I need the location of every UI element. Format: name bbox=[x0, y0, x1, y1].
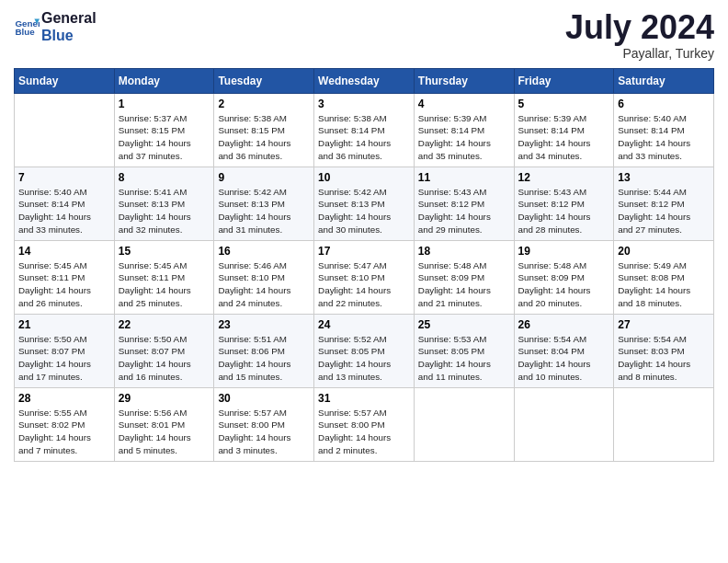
day-cell bbox=[414, 387, 514, 461]
day-number: 15 bbox=[119, 245, 210, 258]
day-number: 13 bbox=[618, 171, 710, 184]
day-info: Sunrise: 5:42 AMSunset: 8:13 PMDaylight:… bbox=[318, 186, 410, 236]
day-number: 27 bbox=[618, 318, 710, 331]
day-info: Sunrise: 5:50 AMSunset: 8:07 PMDaylight:… bbox=[18, 333, 110, 384]
day-info: Sunrise: 5:39 AMSunset: 8:14 PMDaylight:… bbox=[418, 112, 510, 163]
day-number: 20 bbox=[618, 245, 710, 258]
day-cell: 7Sunrise: 5:40 AMSunset: 8:14 PMDaylight… bbox=[15, 167, 115, 240]
day-number: 12 bbox=[518, 171, 610, 184]
day-cell: 14Sunrise: 5:45 AMSunset: 8:11 PMDayligh… bbox=[15, 240, 115, 314]
day-cell: 20Sunrise: 5:49 AMSunset: 8:08 PMDayligh… bbox=[614, 240, 714, 314]
day-cell: 25Sunrise: 5:53 AMSunset: 8:05 PMDayligh… bbox=[414, 314, 514, 387]
day-cell: 1Sunrise: 5:37 AMSunset: 8:15 PMDaylight… bbox=[114, 93, 214, 167]
day-number: 25 bbox=[418, 318, 510, 331]
day-info: Sunrise: 5:44 AMSunset: 8:12 PMDaylight:… bbox=[618, 186, 710, 236]
day-cell: 28Sunrise: 5:55 AMSunset: 8:02 PMDayligh… bbox=[15, 387, 115, 461]
day-info: Sunrise: 5:37 AMSunset: 8:15 PMDaylight:… bbox=[119, 112, 210, 163]
weekday-header-sunday: Sunday bbox=[15, 68, 115, 93]
day-cell: 10Sunrise: 5:42 AMSunset: 8:13 PMDayligh… bbox=[314, 167, 415, 240]
day-cell: 4Sunrise: 5:39 AMSunset: 8:14 PMDaylight… bbox=[414, 93, 514, 167]
day-info: Sunrise: 5:45 AMSunset: 8:11 PMDaylight:… bbox=[119, 259, 210, 310]
day-cell: 21Sunrise: 5:50 AMSunset: 8:07 PMDayligh… bbox=[15, 314, 115, 387]
weekday-header-row: SundayMondayTuesdayWednesdayThursdayFrid… bbox=[15, 68, 714, 93]
day-info: Sunrise: 5:57 AMSunset: 8:00 PMDaylight:… bbox=[318, 407, 410, 457]
day-number: 4 bbox=[418, 98, 510, 110]
day-cell: 6Sunrise: 5:40 AMSunset: 8:14 PMDaylight… bbox=[614, 93, 714, 167]
day-info: Sunrise: 5:42 AMSunset: 8:13 PMDaylight:… bbox=[218, 186, 310, 236]
day-cell: 22Sunrise: 5:50 AMSunset: 8:07 PMDayligh… bbox=[114, 314, 214, 387]
day-cell: 18Sunrise: 5:48 AMSunset: 8:09 PMDayligh… bbox=[414, 240, 514, 314]
day-info: Sunrise: 5:39 AMSunset: 8:14 PMDaylight:… bbox=[518, 112, 610, 163]
logo: General Blue General Blue bbox=[14, 9, 97, 44]
day-number: 14 bbox=[18, 245, 110, 258]
day-number: 3 bbox=[318, 98, 410, 110]
day-info: Sunrise: 5:49 AMSunset: 8:08 PMDaylight:… bbox=[618, 259, 710, 310]
day-cell: 12Sunrise: 5:43 AMSunset: 8:12 PMDayligh… bbox=[514, 167, 614, 240]
day-info: Sunrise: 5:40 AMSunset: 8:14 PMDaylight:… bbox=[18, 186, 110, 236]
day-cell: 15Sunrise: 5:45 AMSunset: 8:11 PMDayligh… bbox=[114, 240, 214, 314]
day-number: 21 bbox=[18, 318, 110, 331]
day-number: 16 bbox=[218, 245, 310, 258]
logo-line2: Blue bbox=[41, 27, 97, 44]
day-info: Sunrise: 5:47 AMSunset: 8:10 PMDaylight:… bbox=[318, 259, 410, 310]
day-info: Sunrise: 5:55 AMSunset: 8:02 PMDaylight:… bbox=[18, 407, 110, 457]
week-row-2: 7Sunrise: 5:40 AMSunset: 8:14 PMDaylight… bbox=[15, 167, 714, 240]
day-number: 10 bbox=[318, 171, 410, 184]
day-number: 28 bbox=[18, 392, 110, 405]
day-number: 18 bbox=[418, 245, 510, 258]
day-cell bbox=[15, 93, 115, 167]
day-cell: 24Sunrise: 5:52 AMSunset: 8:05 PMDayligh… bbox=[314, 314, 415, 387]
day-info: Sunrise: 5:40 AMSunset: 8:14 PMDaylight:… bbox=[618, 112, 710, 163]
day-number: 9 bbox=[218, 171, 310, 184]
weekday-header-tuesday: Tuesday bbox=[214, 68, 314, 93]
day-cell: 29Sunrise: 5:56 AMSunset: 8:01 PMDayligh… bbox=[114, 387, 214, 461]
day-cell: 27Sunrise: 5:54 AMSunset: 8:03 PMDayligh… bbox=[614, 314, 714, 387]
day-number: 1 bbox=[119, 98, 210, 110]
day-info: Sunrise: 5:57 AMSunset: 8:00 PMDaylight:… bbox=[218, 407, 310, 457]
day-cell: 17Sunrise: 5:47 AMSunset: 8:10 PMDayligh… bbox=[314, 240, 415, 314]
day-number: 30 bbox=[218, 392, 310, 405]
day-info: Sunrise: 5:45 AMSunset: 8:11 PMDaylight:… bbox=[18, 259, 110, 310]
weekday-header-saturday: Saturday bbox=[614, 68, 714, 93]
day-info: Sunrise: 5:38 AMSunset: 8:15 PMDaylight:… bbox=[218, 112, 310, 163]
day-cell: 19Sunrise: 5:48 AMSunset: 8:09 PMDayligh… bbox=[514, 240, 614, 314]
svg-text:Blue: Blue bbox=[15, 27, 35, 37]
day-cell: 26Sunrise: 5:54 AMSunset: 8:04 PMDayligh… bbox=[514, 314, 614, 387]
weekday-header-monday: Monday bbox=[114, 68, 214, 93]
day-number: 17 bbox=[318, 245, 410, 258]
day-number: 19 bbox=[518, 245, 610, 258]
day-info: Sunrise: 5:46 AMSunset: 8:10 PMDaylight:… bbox=[218, 259, 310, 310]
day-number: 6 bbox=[618, 98, 710, 110]
day-number: 31 bbox=[318, 392, 410, 405]
day-info: Sunrise: 5:56 AMSunset: 8:01 PMDaylight:… bbox=[119, 407, 210, 457]
day-info: Sunrise: 5:53 AMSunset: 8:05 PMDaylight:… bbox=[418, 333, 510, 384]
day-info: Sunrise: 5:48 AMSunset: 8:09 PMDaylight:… bbox=[518, 259, 610, 310]
day-cell: 9Sunrise: 5:42 AMSunset: 8:13 PMDaylight… bbox=[214, 167, 314, 240]
week-row-1: 1Sunrise: 5:37 AMSunset: 8:15 PMDaylight… bbox=[15, 93, 714, 167]
day-info: Sunrise: 5:50 AMSunset: 8:07 PMDaylight:… bbox=[119, 333, 210, 384]
day-cell: 13Sunrise: 5:44 AMSunset: 8:12 PMDayligh… bbox=[614, 167, 714, 240]
day-cell bbox=[514, 387, 614, 461]
month-title: July 2024 bbox=[565, 9, 714, 46]
day-number: 24 bbox=[318, 318, 410, 331]
day-number: 8 bbox=[119, 171, 210, 184]
day-number: 23 bbox=[218, 318, 310, 331]
day-cell bbox=[614, 387, 714, 461]
week-row-3: 14Sunrise: 5:45 AMSunset: 8:11 PMDayligh… bbox=[15, 240, 714, 314]
week-row-4: 21Sunrise: 5:50 AMSunset: 8:07 PMDayligh… bbox=[15, 314, 714, 387]
day-cell: 8Sunrise: 5:41 AMSunset: 8:13 PMDaylight… bbox=[114, 167, 214, 240]
day-info: Sunrise: 5:38 AMSunset: 8:14 PMDaylight:… bbox=[318, 112, 410, 163]
weekday-header-wednesday: Wednesday bbox=[314, 68, 415, 93]
calendar-table: SundayMondayTuesdayWednesdayThursdayFrid… bbox=[14, 68, 714, 462]
day-number: 7 bbox=[18, 171, 110, 184]
day-cell: 16Sunrise: 5:46 AMSunset: 8:10 PMDayligh… bbox=[214, 240, 314, 314]
day-cell: 5Sunrise: 5:39 AMSunset: 8:14 PMDaylight… bbox=[514, 93, 614, 167]
day-info: Sunrise: 5:43 AMSunset: 8:12 PMDaylight:… bbox=[418, 186, 510, 236]
title-block: July 2024 Payallar, Turkey bbox=[565, 9, 714, 61]
day-info: Sunrise: 5:51 AMSunset: 8:06 PMDaylight:… bbox=[218, 333, 310, 384]
logo-line1: General bbox=[41, 9, 97, 27]
day-info: Sunrise: 5:48 AMSunset: 8:09 PMDaylight:… bbox=[418, 259, 510, 310]
location-subtitle: Payallar, Turkey bbox=[565, 46, 714, 61]
logo-icon: General Blue bbox=[14, 14, 40, 40]
day-info: Sunrise: 5:41 AMSunset: 8:13 PMDaylight:… bbox=[119, 186, 210, 236]
